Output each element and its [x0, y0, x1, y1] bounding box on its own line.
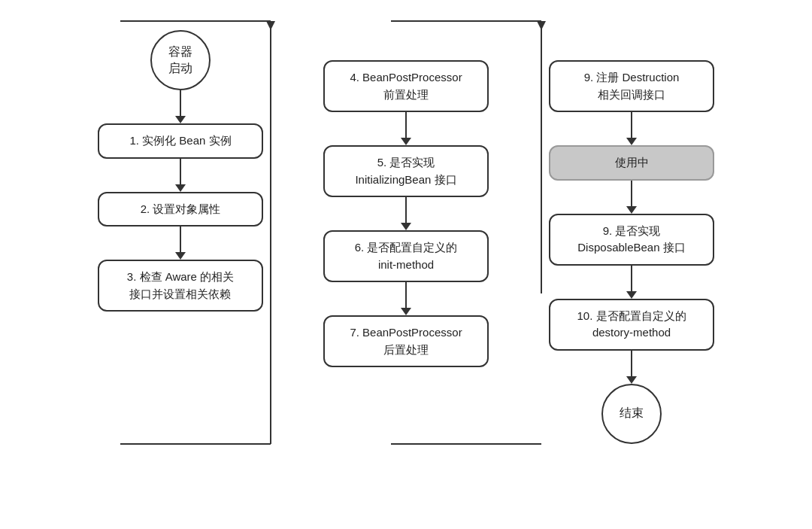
box-aware: 3. 检查 Aware 的相关 接口并设置相关依赖 [98, 260, 263, 312]
box-destruction: 9. 注册 Destruction 相关回调接口 [549, 60, 714, 112]
box-set-properties: 2. 设置对象属性 [98, 192, 263, 227]
box-post-after: 7. BeanPostProcessor 后置处理 [323, 315, 489, 367]
arrow-8 [626, 181, 637, 214]
diagram-container: 容器 启动 1. 实例化 Bean 实例 2. 设置对象属性 3. 检查 Awa… [0, 0, 812, 529]
left-column: 容器 启动 1. 实例化 Bean 实例 2. 设置对象属性 3. 检查 Awa… [68, 15, 293, 327]
box-post-before: 4. BeanPostProcessor 前置处理 [323, 60, 489, 112]
arrow-9 [626, 266, 637, 299]
arrow-6 [401, 282, 411, 315]
arrow-3 [175, 226, 186, 260]
box-instantiate: 1. 实例化 Bean 实例 [98, 123, 263, 159]
start-circle: 容器 启动 [150, 30, 211, 90]
box-init-bean: 5. 是否实现 InitializingBean 接口 [323, 145, 489, 197]
arrow-7 [626, 112, 637, 145]
box-destroy-method: 10. 是否配置自定义的 destory-method [549, 299, 714, 351]
box-init-method: 6. 是否配置自定义的 init-method [323, 230, 489, 282]
arrow-4 [401, 112, 411, 145]
arrow-1 [175, 90, 186, 123]
box-in-use: 使用中 [549, 145, 714, 181]
arrow-5 [401, 197, 411, 230]
right-column: 9. 注册 Destruction 相关回调接口 使用中 9. 是否实现 Dis… [519, 15, 744, 444]
arrow-10 [626, 351, 637, 384]
box-disposable: 9. 是否实现 DisposableBean 接口 [549, 214, 714, 266]
mid-column: 4. BeanPostProcessor 前置处理 5. 是否实现 Initia… [293, 15, 519, 382]
arrow-2 [175, 159, 186, 192]
end-circle: 结束 [601, 384, 662, 444]
